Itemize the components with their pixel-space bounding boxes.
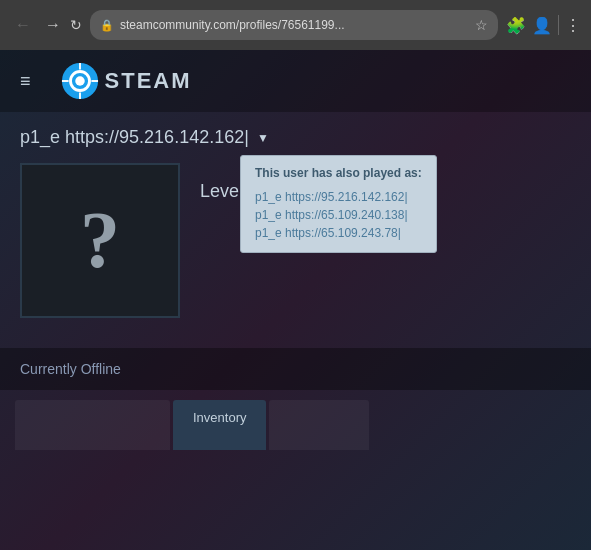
steam-header: ≡ STEAM xyxy=(0,50,591,112)
level-label: Level xyxy=(200,181,243,202)
status-bar: Currently Offline xyxy=(0,348,591,390)
back-button[interactable]: ← xyxy=(10,14,36,36)
divider xyxy=(558,15,559,35)
steam-logo: STEAM xyxy=(61,62,192,100)
dropdown-arrow-icon[interactable]: ▼ xyxy=(257,131,269,145)
menu-button[interactable]: ⋮ xyxy=(565,16,581,35)
browser-chrome: ← → ↻ 🔒 steamcommunity.com/profiles/7656… xyxy=(0,0,591,50)
browser-actions: 🧩 👤 ⋮ xyxy=(506,15,581,35)
tooltip-item-1[interactable]: p1_e https://95.216.142.162| xyxy=(255,188,422,206)
tab-inventory[interactable]: Inventory xyxy=(173,400,266,450)
tooltip-item-3[interactable]: p1_e https://65.109.243.78| xyxy=(255,224,422,242)
tab-empty-left[interactable] xyxy=(15,400,170,450)
address-bar[interactable]: 🔒 steamcommunity.com/profiles/76561199..… xyxy=(90,10,498,40)
status-text: Currently Offline xyxy=(20,361,121,377)
no-avatar-icon: ? xyxy=(80,195,120,286)
svg-point-2 xyxy=(75,76,85,86)
tab-empty-right[interactable] xyxy=(269,400,369,450)
extensions-button[interactable]: 🧩 xyxy=(506,16,526,35)
steam-logo-svg xyxy=(61,62,99,100)
profile-section: p1_e https://95.216.142.162| ▼ This user… xyxy=(0,112,591,343)
lock-icon: 🔒 xyxy=(100,19,114,32)
refresh-button[interactable]: ↻ xyxy=(70,17,82,33)
bookmark-icon[interactable]: ☆ xyxy=(475,17,488,33)
alt-names-tooltip: This user has also played as: p1_e https… xyxy=(240,155,437,253)
page-content: ≡ STEAM p1_e https://95.216.142.162| ▼ T… xyxy=(0,50,591,550)
profile-button[interactable]: 👤 xyxy=(532,16,552,35)
profile-name: p1_e https://95.216.142.162| xyxy=(20,127,249,148)
tabs-area: Inventory xyxy=(0,390,591,450)
steam-logo-text: STEAM xyxy=(105,68,192,94)
avatar: ? xyxy=(20,163,180,318)
tooltip-title: This user has also played as: xyxy=(255,166,422,180)
nav-buttons: ← → ↻ xyxy=(10,14,82,36)
forward-button[interactable]: → xyxy=(40,14,66,36)
address-text: steamcommunity.com/profiles/76561199... xyxy=(120,18,469,32)
tooltip-item-2[interactable]: p1_e https://65.109.240.138| xyxy=(255,206,422,224)
profile-name-row: p1_e https://95.216.142.162| ▼ This user… xyxy=(20,127,571,148)
hamburger-icon[interactable]: ≡ xyxy=(20,71,31,92)
